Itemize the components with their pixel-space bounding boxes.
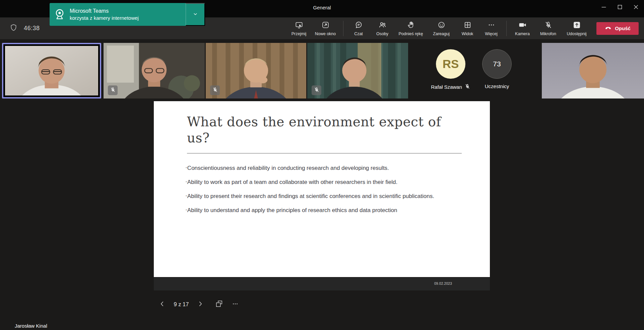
- video-tile-participant-1[interactable]: [2, 43, 101, 98]
- slide-date: 09.02.2023: [434, 282, 452, 285]
- avatar: RS: [436, 49, 465, 79]
- view-button[interactable]: Widok: [455, 17, 479, 39]
- participant-video-placeholder: [206, 43, 306, 98]
- participant-video-placeholder: [307, 43, 408, 98]
- mic-off-icon: [212, 87, 218, 94]
- ellipsis-icon: [232, 300, 239, 309]
- slide-bullet: Ability to work as part of a team and co…: [186, 175, 434, 189]
- participant-muted-badge: [210, 85, 220, 95]
- maximize-icon: [616, 3, 624, 12]
- participants-overflow[interactable]: 73 Uczestnicy: [467, 43, 527, 98]
- video-tile-participant-5[interactable]: [542, 43, 644, 98]
- view-label: Widok: [462, 31, 473, 36]
- take-control-button[interactable]: Przejmij: [287, 17, 311, 39]
- maximize-button[interactable]: [612, 0, 628, 15]
- slide-page-indicator: 9 z 17: [170, 301, 192, 308]
- shield-icon: [9, 23, 18, 33]
- people-icon: [378, 21, 387, 30]
- video-tile-participant-3[interactable]: [206, 43, 306, 98]
- new-window-icon: [321, 21, 330, 30]
- hang-up-icon: [604, 24, 612, 32]
- slide-bullet: Ability to present their research and fi…: [186, 189, 434, 203]
- mic-label: Mikrofon: [540, 31, 556, 36]
- participant-video-placeholder: [5, 46, 98, 95]
- leave-label: Opuść: [615, 25, 631, 31]
- next-slide-button[interactable]: [192, 297, 208, 312]
- webcam-icon: [50, 8, 70, 21]
- slide-title-rule: [187, 153, 462, 153]
- slide-title: What does the environment expect of us?: [187, 114, 442, 146]
- video-tile-participant-4[interactable]: [307, 43, 408, 98]
- minimize-button[interactable]: [596, 0, 612, 15]
- minimize-icon: [600, 3, 607, 12]
- notification-app-name: Microsoft Teams: [70, 7, 186, 15]
- share-tray-icon: [573, 21, 581, 30]
- chat-label: Czat: [354, 31, 363, 36]
- slide-grid-button[interactable]: [211, 297, 227, 312]
- grid-view-icon: [463, 21, 472, 30]
- close-icon: [632, 3, 640, 12]
- participant-muted-badge: [108, 85, 118, 95]
- participants-count-badge: 73: [482, 49, 512, 79]
- people-label: Osoby: [376, 31, 388, 36]
- chevron-right-icon: [197, 300, 204, 309]
- react-label: Zareaguj: [433, 31, 449, 36]
- notification-text: Microsoft Teams korzysta z kamery intern…: [70, 7, 186, 21]
- meeting-timer: 46:38: [24, 25, 40, 32]
- more-label: Więcej: [485, 31, 498, 36]
- close-button[interactable]: [628, 0, 644, 15]
- teams-meeting-window: General: [0, 0, 644, 330]
- participants-overflow-label: Uczestnicy: [485, 83, 509, 89]
- chat-button[interactable]: Czat: [347, 17, 370, 39]
- notification-expand-button[interactable]: [186, 3, 205, 26]
- chevron-down-icon: [192, 11, 199, 18]
- notification-message: korzysta z kamery internetowej: [70, 15, 186, 21]
- slide-bullet: Conscientiousness and reliability in con…: [186, 161, 434, 175]
- window-controls: [596, 0, 644, 15]
- slide-navigation: 9 z 17: [154, 297, 243, 312]
- camera-button[interactable]: Kamera: [510, 17, 535, 39]
- leave-button[interactable]: Opuść: [596, 22, 639, 35]
- take-control-label: Przejmij: [292, 31, 306, 36]
- more-button[interactable]: Więcej: [479, 17, 503, 39]
- new-window-button[interactable]: Nowe okno: [311, 17, 340, 39]
- slide-grid-icon: [215, 300, 223, 309]
- participant-muted-badge: [312, 85, 321, 95]
- share-label: Udostępnij: [567, 31, 586, 36]
- participant-video-placeholder: [104, 43, 205, 98]
- participant-name: Rafał Szawan: [431, 84, 462, 90]
- video-tile-participant-2[interactable]: [104, 43, 205, 98]
- toolbar-buttons: Przejmij Nowe okno: [287, 17, 644, 39]
- mic-off-icon: [544, 21, 553, 30]
- raised-hand-icon: [407, 21, 415, 30]
- ellipsis-icon: [487, 21, 496, 30]
- meeting-timer-group: 46:38: [9, 17, 40, 39]
- toolbar-divider: [343, 21, 343, 36]
- slide-bullet: Ability to understand and apply the prin…: [186, 203, 434, 217]
- slide-footer-bar: 09.02.2023: [154, 278, 490, 290]
- chat-icon: [355, 21, 363, 30]
- people-button[interactable]: Osoby: [370, 17, 394, 39]
- slide-bullet-list: Conscientiousness and reliability in con…: [186, 161, 434, 217]
- chevron-left-icon: [158, 300, 166, 309]
- participant-video-placeholder: [542, 43, 644, 98]
- screen-takeover-icon: [295, 21, 303, 30]
- camera-label: Kamera: [515, 31, 530, 36]
- share-button[interactable]: Udostępnij: [562, 17, 592, 39]
- mic-button[interactable]: Mikrofon: [535, 17, 562, 39]
- mic-off-icon: [314, 87, 320, 94]
- camera-on-icon: [518, 21, 527, 30]
- previous-slide-button[interactable]: [154, 297, 170, 312]
- slide-more-options-button[interactable]: [227, 297, 243, 312]
- presenter-name: Jarosław Kinal: [15, 323, 47, 329]
- raise-hand-label: Podnieś rękę: [399, 31, 423, 36]
- toolbar-divider: [506, 21, 507, 36]
- mic-off-icon: [110, 87, 116, 94]
- webcam-notification-banner[interactable]: Microsoft Teams korzysta z kamery intern…: [50, 3, 205, 26]
- smiley-icon: [437, 21, 446, 30]
- react-button[interactable]: Zareaguj: [427, 17, 455, 39]
- shared-presentation-slide: What does the environment expect of us? …: [154, 101, 490, 277]
- new-window-label: Nowe okno: [315, 31, 336, 36]
- raise-hand-button[interactable]: Podnieś rękę: [394, 17, 427, 39]
